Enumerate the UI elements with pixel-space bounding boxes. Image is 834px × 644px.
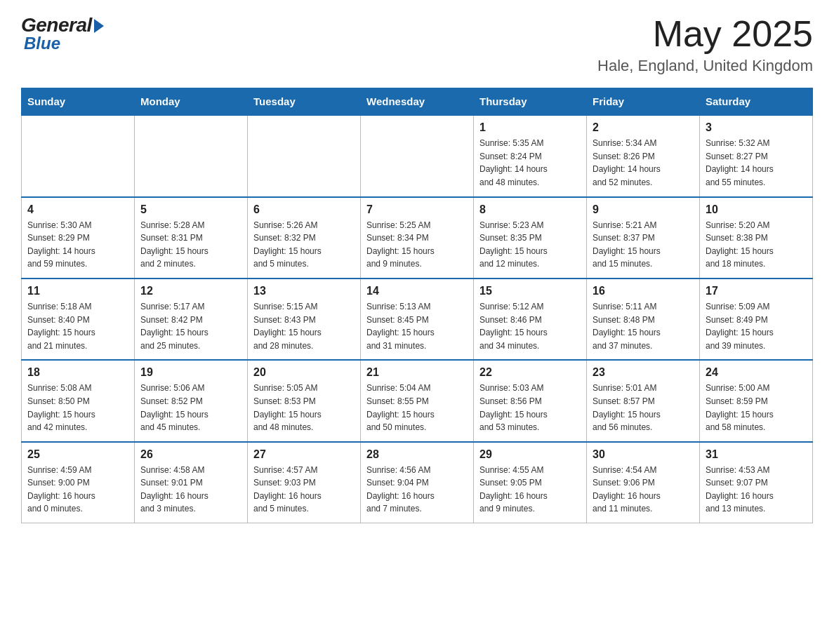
- day-number: 8: [479, 203, 581, 216]
- calendar-cell: 5Sunrise: 5:28 AMSunset: 8:31 PMDaylight…: [135, 197, 248, 279]
- day-number: 19: [140, 366, 241, 379]
- calendar-cell: 15Sunrise: 5:12 AMSunset: 8:46 PMDayligh…: [474, 279, 587, 360]
- day-info: Sunrise: 5:26 AMSunset: 8:32 PMDaylight:…: [253, 219, 355, 271]
- day-info: Sunrise: 5:17 AMSunset: 8:42 PMDaylight:…: [140, 300, 241, 352]
- location-subtitle: Hale, England, United Kingdom: [597, 57, 813, 75]
- day-number: 10: [706, 203, 807, 216]
- calendar-cell: [135, 115, 248, 196]
- day-info: Sunrise: 5:21 AMSunset: 8:37 PMDaylight:…: [593, 219, 694, 271]
- day-number: 17: [706, 285, 807, 297]
- calendar-cell: [361, 115, 474, 196]
- day-info: Sunrise: 5:15 AMSunset: 8:43 PMDaylight:…: [253, 300, 355, 352]
- title-block: May 2025 Hale, England, United Kingdom: [597, 14, 813, 75]
- calendar-cell: 20Sunrise: 5:05 AMSunset: 8:53 PMDayligh…: [248, 360, 361, 441]
- page-header: General Blue May 2025 Hale, England, Uni…: [21, 14, 813, 75]
- calendar-cell: 21Sunrise: 5:04 AMSunset: 8:55 PMDayligh…: [361, 360, 474, 441]
- calendar-cell: 17Sunrise: 5:09 AMSunset: 8:49 PMDayligh…: [700, 279, 813, 360]
- calendar-cell: 10Sunrise: 5:20 AMSunset: 8:38 PMDayligh…: [700, 197, 813, 279]
- day-info: Sunrise: 4:57 AMSunset: 9:03 PMDaylight:…: [253, 464, 355, 516]
- day-number: 7: [366, 203, 468, 216]
- calendar-week-row: 25Sunrise: 4:59 AMSunset: 9:00 PMDayligh…: [22, 442, 813, 523]
- day-number: 3: [706, 121, 807, 134]
- day-number: 4: [27, 203, 128, 216]
- calendar-cell: 19Sunrise: 5:06 AMSunset: 8:52 PMDayligh…: [135, 360, 248, 441]
- calendar-cell: 27Sunrise: 4:57 AMSunset: 9:03 PMDayligh…: [248, 442, 361, 523]
- calendar-cell: 29Sunrise: 4:55 AMSunset: 9:05 PMDayligh…: [474, 442, 587, 523]
- calendar-cell: 25Sunrise: 4:59 AMSunset: 9:00 PMDayligh…: [22, 442, 135, 523]
- day-info: Sunrise: 5:20 AMSunset: 8:38 PMDaylight:…: [706, 219, 807, 271]
- day-info: Sunrise: 5:11 AMSunset: 8:48 PMDaylight:…: [593, 300, 694, 352]
- day-number: 30: [593, 448, 694, 461]
- day-number: 6: [253, 203, 355, 216]
- day-number: 14: [366, 285, 468, 297]
- calendar-header-row: SundayMondayTuesdayWednesdayThursdayFrid…: [22, 88, 813, 116]
- day-info: Sunrise: 5:35 AMSunset: 8:24 PMDaylight:…: [479, 137, 581, 189]
- day-number: 18: [27, 366, 128, 379]
- day-number: 12: [140, 285, 241, 297]
- calendar-week-row: 4Sunrise: 5:30 AMSunset: 8:29 PMDaylight…: [22, 197, 813, 279]
- day-info: Sunrise: 5:05 AMSunset: 8:53 PMDaylight:…: [253, 382, 355, 434]
- calendar-cell: [248, 115, 361, 196]
- calendar-cell: 13Sunrise: 5:15 AMSunset: 8:43 PMDayligh…: [248, 279, 361, 360]
- day-number: 24: [706, 366, 807, 379]
- header-wednesday: Wednesday: [361, 88, 474, 116]
- day-number: 23: [593, 366, 694, 379]
- day-number: 15: [479, 285, 581, 297]
- day-info: Sunrise: 5:30 AMSunset: 8:29 PMDaylight:…: [27, 219, 128, 271]
- calendar-cell: 18Sunrise: 5:08 AMSunset: 8:50 PMDayligh…: [22, 360, 135, 441]
- day-info: Sunrise: 4:56 AMSunset: 9:04 PMDaylight:…: [366, 464, 468, 516]
- day-number: 13: [253, 285, 355, 297]
- calendar-cell: 31Sunrise: 4:53 AMSunset: 9:07 PMDayligh…: [700, 442, 813, 523]
- calendar-cell: 16Sunrise: 5:11 AMSunset: 8:48 PMDayligh…: [587, 279, 700, 360]
- calendar-week-row: 18Sunrise: 5:08 AMSunset: 8:50 PMDayligh…: [22, 360, 813, 441]
- logo-arrow-icon: [94, 19, 104, 33]
- day-info: Sunrise: 4:55 AMSunset: 9:05 PMDaylight:…: [479, 464, 581, 516]
- day-info: Sunrise: 5:32 AMSunset: 8:27 PMDaylight:…: [706, 137, 807, 189]
- day-number: 27: [253, 448, 355, 461]
- header-saturday: Saturday: [700, 88, 813, 116]
- day-number: 5: [140, 203, 241, 216]
- day-info: Sunrise: 5:12 AMSunset: 8:46 PMDaylight:…: [479, 300, 581, 352]
- calendar-cell: 26Sunrise: 4:58 AMSunset: 9:01 PMDayligh…: [135, 442, 248, 523]
- calendar-cell: 1Sunrise: 5:35 AMSunset: 8:24 PMDaylight…: [474, 115, 587, 196]
- day-number: 9: [593, 203, 694, 216]
- calendar-cell: 9Sunrise: 5:21 AMSunset: 8:37 PMDaylight…: [587, 197, 700, 279]
- calendar-cell: 11Sunrise: 5:18 AMSunset: 8:40 PMDayligh…: [22, 279, 135, 360]
- day-number: 11: [27, 285, 128, 297]
- calendar-cell: 23Sunrise: 5:01 AMSunset: 8:57 PMDayligh…: [587, 360, 700, 441]
- day-number: 26: [140, 448, 241, 461]
- header-monday: Monday: [135, 88, 248, 116]
- day-number: 21: [366, 366, 468, 379]
- day-info: Sunrise: 4:59 AMSunset: 9:00 PMDaylight:…: [27, 464, 128, 516]
- calendar-cell: 4Sunrise: 5:30 AMSunset: 8:29 PMDaylight…: [22, 197, 135, 279]
- header-thursday: Thursday: [474, 88, 587, 116]
- day-number: 16: [593, 285, 694, 297]
- day-info: Sunrise: 4:58 AMSunset: 9:01 PMDaylight:…: [140, 464, 241, 516]
- calendar-cell: [22, 115, 135, 196]
- calendar-cell: 2Sunrise: 5:34 AMSunset: 8:26 PMDaylight…: [587, 115, 700, 196]
- month-year-title: May 2025: [597, 14, 813, 54]
- day-info: Sunrise: 5:13 AMSunset: 8:45 PMDaylight:…: [366, 300, 468, 352]
- day-info: Sunrise: 5:03 AMSunset: 8:56 PMDaylight:…: [479, 382, 581, 434]
- day-info: Sunrise: 4:54 AMSunset: 9:06 PMDaylight:…: [593, 464, 694, 516]
- logo: General Blue: [21, 14, 104, 53]
- day-info: Sunrise: 5:09 AMSunset: 8:49 PMDaylight:…: [706, 300, 807, 352]
- day-info: Sunrise: 4:53 AMSunset: 9:07 PMDaylight:…: [706, 464, 807, 516]
- header-tuesday: Tuesday: [248, 88, 361, 116]
- calendar-week-row: 11Sunrise: 5:18 AMSunset: 8:40 PMDayligh…: [22, 279, 813, 360]
- calendar-cell: 24Sunrise: 5:00 AMSunset: 8:59 PMDayligh…: [700, 360, 813, 441]
- day-info: Sunrise: 5:28 AMSunset: 8:31 PMDaylight:…: [140, 219, 241, 271]
- calendar-cell: 30Sunrise: 4:54 AMSunset: 9:06 PMDayligh…: [587, 442, 700, 523]
- day-info: Sunrise: 5:06 AMSunset: 8:52 PMDaylight:…: [140, 382, 241, 434]
- calendar-cell: 22Sunrise: 5:03 AMSunset: 8:56 PMDayligh…: [474, 360, 587, 441]
- header-sunday: Sunday: [22, 88, 135, 116]
- day-number: 29: [479, 448, 581, 461]
- day-number: 2: [593, 121, 694, 134]
- day-info: Sunrise: 5:01 AMSunset: 8:57 PMDaylight:…: [593, 382, 694, 434]
- day-info: Sunrise: 5:34 AMSunset: 8:26 PMDaylight:…: [593, 137, 694, 189]
- day-number: 20: [253, 366, 355, 379]
- day-number: 31: [706, 448, 807, 461]
- day-number: 1: [479, 121, 581, 134]
- calendar-cell: 6Sunrise: 5:26 AMSunset: 8:32 PMDaylight…: [248, 197, 361, 279]
- calendar-cell: 3Sunrise: 5:32 AMSunset: 8:27 PMDaylight…: [700, 115, 813, 196]
